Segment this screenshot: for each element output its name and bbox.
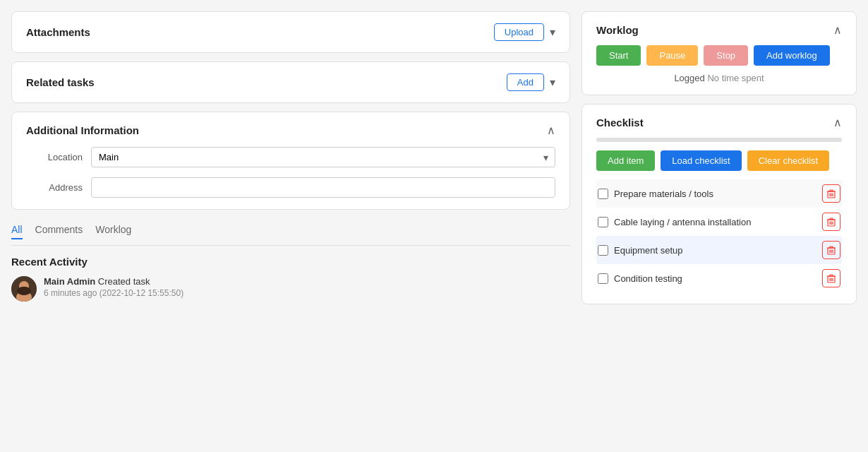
activity-time: 6 minutes ago (2022-10-12 15:55:50) — [44, 288, 183, 298]
trash-icon — [826, 217, 836, 227]
svg-rect-7 — [830, 190, 833, 191]
no-time-value: No time spent — [707, 73, 764, 83]
attachments-header: Attachments Upload ▾ — [26, 23, 555, 41]
additional-info-card: Additional Information ∧ Location Main ▾… — [11, 112, 570, 210]
checklist-item: Cable laying / antenna installation — [596, 208, 842, 236]
attachments-chevron[interactable]: ▾ — [550, 25, 555, 39]
worklog-header: Worklog ∧ — [596, 23, 842, 37]
checklist-title: Checklist — [596, 117, 644, 129]
additional-info-title: Additional Information — [26, 124, 139, 136]
trash-icon — [826, 245, 836, 255]
additional-info-header: Additional Information ∧ — [26, 124, 555, 137]
checklist-item-text-2: Cable laying / antenna installation — [614, 217, 751, 227]
checklist-item-text-4: Condition testing — [614, 273, 682, 284]
tab-worklog[interactable]: Worklog — [95, 224, 131, 239]
checklist-progress-bar — [596, 138, 842, 142]
worklog-buttons: Start Pause Stop Add worklog — [596, 45, 842, 66]
delete-item-button-2[interactable] — [822, 213, 840, 231]
checklist-item: Condition testing — [596, 264, 842, 292]
activity-text: Main Admin Created task — [44, 276, 183, 287]
checklist-item-left: Condition testing — [598, 273, 682, 284]
worklog-title: Worklog — [596, 24, 639, 36]
checklist-item-text-1: Prepare materials / tools — [614, 189, 713, 199]
recent-activity-title: Recent Activity — [11, 256, 570, 268]
trash-icon — [826, 273, 836, 283]
tab-comments[interactable]: Comments — [35, 224, 83, 239]
checklist-checkbox-4[interactable] — [598, 273, 608, 284]
svg-rect-25 — [830, 275, 833, 276]
avatar — [11, 276, 37, 302]
additional-info-chevron[interactable]: ∧ — [547, 124, 555, 137]
svg-rect-19 — [830, 246, 833, 248]
activity-user: Main Admin — [44, 276, 95, 287]
worklog-card: Worklog ∧ Start Pause Stop Add worklog L… — [581, 11, 857, 95]
checklist-item: Equipment setup — [596, 236, 842, 264]
checklist-item-left: Prepare materials / tools — [598, 189, 713, 199]
svg-rect-13 — [830, 218, 833, 220]
delete-item-button-3[interactable] — [822, 241, 840, 259]
logged-row: Logged No time spent — [596, 73, 842, 83]
tab-all[interactable]: All — [11, 224, 23, 239]
related-tasks-card: Related tasks Add ▾ — [11, 61, 570, 103]
address-label: Address — [26, 182, 83, 193]
activity-section: All Comments Worklog Recent Activity — [11, 224, 570, 302]
clear-checklist-button[interactable]: Clear checklist — [747, 150, 830, 171]
location-label: Location — [26, 152, 83, 162]
start-button[interactable]: Start — [596, 45, 641, 66]
activity-tabs: All Comments Worklog — [11, 224, 570, 246]
activity-content: Main Admin Created task 6 minutes ago (2… — [44, 276, 183, 298]
checklist-checkbox-2[interactable] — [598, 217, 608, 227]
checklist-actions: Add item Load checklist Clear checklist — [596, 150, 842, 171]
activity-item: Main Admin Created task 6 minutes ago (2… — [11, 276, 570, 302]
related-tasks-title: Related tasks — [26, 76, 95, 88]
add-worklog-button[interactable]: Add worklog — [754, 45, 830, 66]
attachments-title: Attachments — [26, 26, 90, 38]
delete-item-button-1[interactable] — [822, 184, 840, 203]
logged-label: Logged — [674, 73, 704, 83]
upload-button[interactable]: Upload — [494, 23, 544, 41]
checklist-card: Checklist ∧ Add item Load checklist Clea… — [581, 104, 857, 304]
checklist-checkbox-1[interactable] — [598, 189, 608, 199]
address-row: Address — [26, 177, 555, 198]
activity-action: Created task — [98, 276, 150, 287]
add-item-button[interactable]: Add item — [596, 150, 655, 171]
checklist-item-text-3: Equipment setup — [614, 245, 683, 256]
checklist-item: Prepare materials / tools — [596, 179, 842, 208]
location-select[interactable]: Main — [91, 147, 555, 167]
related-tasks-chevron[interactable]: ▾ — [550, 76, 555, 89]
checklist-item-left: Equipment setup — [598, 245, 683, 256]
checklist-items: Prepare materials / tools — [596, 179, 842, 292]
stop-button[interactable]: Stop — [704, 45, 748, 66]
checklist-header: Checklist ∧ — [596, 116, 842, 129]
attachments-card: Attachments Upload ▾ — [11, 11, 570, 53]
address-input[interactable] — [91, 177, 555, 198]
location-select-wrapper: Main ▾ — [91, 147, 555, 167]
checklist-checkbox-3[interactable] — [598, 245, 608, 256]
related-tasks-actions: Add ▾ — [507, 73, 555, 91]
load-checklist-button[interactable]: Load checklist — [661, 150, 741, 171]
location-row: Location Main ▾ — [26, 147, 555, 167]
related-tasks-header: Related tasks Add ▾ — [26, 73, 555, 91]
pause-button[interactable]: Pause — [646, 45, 698, 66]
delete-item-button-4[interactable] — [822, 269, 840, 287]
add-related-task-button[interactable]: Add — [507, 73, 544, 91]
checklist-chevron[interactable]: ∧ — [833, 116, 842, 129]
avatar-svg — [11, 276, 37, 302]
attachments-actions: Upload ▾ — [494, 23, 555, 41]
svg-point-4 — [18, 287, 30, 292]
worklog-chevron[interactable]: ∧ — [833, 23, 842, 37]
trash-icon — [826, 189, 836, 198]
checklist-item-left: Cable laying / antenna installation — [598, 217, 751, 227]
